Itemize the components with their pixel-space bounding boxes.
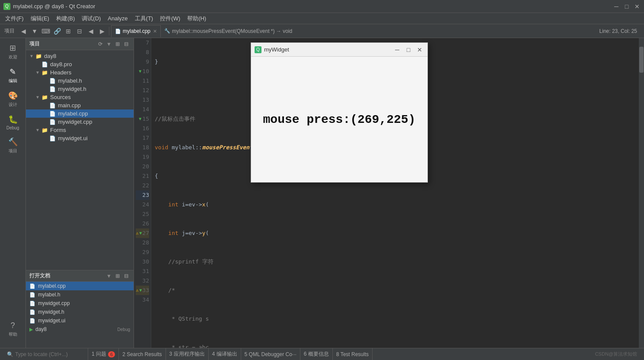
ln-11: 11 — [136, 76, 149, 86]
doc-label-6: day8 — [35, 326, 47, 332]
tree-item-headers[interactable]: ▼ 📁 Headers — [26, 68, 134, 77]
doc-icon-5: 📄 — [29, 318, 35, 324]
project-close-btn[interactable]: ⊟ — [122, 40, 130, 48]
tree-item-sources[interactable]: ▼ 📁 Sources — [26, 93, 134, 101]
tree-item-mylabelcpp[interactable]: 📄 mylabel.cpp — [26, 109, 134, 118]
side-btn-welcome[interactable]: ⊞ 欢迎 — [2, 40, 24, 64]
tree-label-mylabelh: mylabel.h — [58, 77, 82, 84]
menu-analyze[interactable]: Analyze — [104, 14, 131, 22]
project-panel: 项目 ⟳ ▼ ⊞ ⊟ ▼ 📁 day8 📄 day8.pro — [26, 38, 134, 348]
code-line-17: * str = abc — [155, 343, 641, 348]
menu-help[interactable]: 帮助(H) — [184, 14, 210, 23]
toolbar-btn-6[interactable]: ⊟ — [74, 26, 85, 36]
doc-icon-6: ▶ — [29, 327, 33, 332]
tab-mylabel-cpp[interactable]: 📄 mylabel.cpp ✕ — [111, 25, 161, 37]
compile-output-label: 4 编译输出 — [212, 350, 237, 358]
minimize-button[interactable]: ─ — [613, 3, 620, 10]
tree-item-mywidgetcpp[interactable]: 📄 mywidget.cpp — [26, 118, 134, 126]
open-docs-btn-1[interactable]: ▼ — [105, 272, 113, 280]
overview-label: 6 概要信息 — [304, 350, 329, 358]
toolbar-btn-7[interactable]: ◀ — [86, 26, 96, 36]
open-docs-btn-2[interactable]: ⊞ — [114, 272, 121, 280]
popup-window: Q myWidget ─ □ ✕ mouse press:(269,225) — [251, 42, 428, 183]
status-qml-debugger[interactable]: 5 QML Debugger Co··· — [241, 348, 300, 360]
toolbar-btn-8[interactable]: ▶ — [97, 26, 107, 36]
tab-close-btn[interactable]: ✕ — [153, 29, 157, 34]
status-search-results[interactable]: 2 Search Results — [119, 348, 166, 360]
arrow-icon: ▼ — [29, 54, 35, 58]
doc-item-mywidgetui[interactable]: 📄 mywidget.ui — [26, 316, 134, 325]
status-overview[interactable]: 6 概要信息 — [300, 348, 333, 360]
doc-label-1: mylabel.cpp — [38, 283, 66, 289]
scrollbar-thumb[interactable] — [639, 47, 644, 73]
doc-item-mywidgetcpp[interactable]: 📄 mywidget.cpp — [26, 299, 134, 308]
doc-item-mywidgeth[interactable]: 📄 mywidget.h — [26, 308, 134, 316]
toolbar-btn-3[interactable]: ⌨ — [41, 26, 51, 36]
sources-folder-icon: 📁 — [41, 94, 48, 100]
side-btn-help[interactable]: ? 帮助 — [2, 318, 24, 341]
menu-build[interactable]: 构建(B) — [53, 14, 78, 23]
code-content: 7 8 9 ▼10 11 12 13 14 ▼15 16 17 18 19 20… — [134, 38, 644, 348]
close-button[interactable]: ✕ — [634, 3, 641, 10]
tree-item-mywidgeth[interactable]: 📄 mywidget.h — [26, 85, 134, 93]
toolbar-btn-1[interactable]: ◀ — [18, 26, 29, 36]
status-problems[interactable]: 1 问题 6 — [88, 348, 119, 360]
tree-item-forms[interactable]: ▼ 📁 Forms — [26, 126, 134, 134]
side-btn-design[interactable]: 🎨 设计 — [2, 87, 24, 111]
toolbar-project: 项目 ◀ ▼ ⌨ 🔗 ⊞ ⊟ ◀ ▶ — [2, 26, 107, 36]
tree-label-forms: Forms — [50, 127, 66, 133]
app-output-label: 3 应用程序输出 — [169, 350, 205, 358]
tree-item-day8pro[interactable]: 📄 day8.pro — [26, 60, 134, 68]
side-label-edit: 编辑 — [9, 78, 17, 84]
tree-item-maincpp[interactable]: 📄 main.cpp — [26, 101, 134, 109]
open-docs-btn-3[interactable]: ⊟ — [122, 272, 130, 280]
tree-label-day8: day8 — [44, 53, 56, 59]
ln-33: ⚠▼33 — [136, 286, 149, 295]
ln-34: 34 — [136, 295, 149, 305]
menu-bar: 文件(F) 编辑(E) 构建(B) 调试(D) Analyze 工具(T) 控件… — [0, 13, 644, 24]
tree-item-day8[interactable]: ▼ 📁 day8 — [26, 52, 134, 60]
project-sync-btn[interactable]: ⟳ — [96, 40, 104, 48]
side-btn-debug[interactable]: 🐛 Debug — [2, 111, 24, 134]
side-btn-edit[interactable]: ✎ 编辑 — [2, 64, 24, 87]
menu-debug[interactable]: 调试(D) — [78, 14, 104, 23]
tree-item-mylabelh[interactable]: 📄 mylabel.h — [26, 77, 134, 85]
project-panel-header: 项目 ⟳ ▼ ⊞ ⊟ — [26, 38, 134, 50]
ln-20: 20 — [136, 162, 149, 171]
side-label-help: 帮助 — [9, 331, 17, 338]
locate-input[interactable] — [15, 351, 84, 357]
tree-item-mywidgetui[interactable]: 📄 mywidget.ui — [26, 134, 134, 142]
doc-item-mylabelh[interactable]: 📄 mylabel.h — [26, 290, 134, 299]
menu-widgets[interactable]: 控件(W) — [156, 14, 184, 23]
main-area: ⊞ 欢迎 ✎ 编辑 🎨 设计 🐛 Debug 🔨 项目 ? 帮助 项目 ⟳ — [0, 38, 644, 348]
maximize-button[interactable]: □ — [623, 3, 630, 10]
qml-debugger-label: 5 QML Debugger Co··· — [245, 351, 296, 357]
menu-file[interactable]: 文件(F) — [2, 14, 27, 23]
tab-label: mylabel.cpp — [123, 28, 150, 34]
status-app-output[interactable]: 3 应用程序输出 — [166, 348, 209, 360]
code-editor[interactable]: 7 8 9 ▼10 11 12 13 14 ▼15 16 17 18 19 20… — [134, 38, 644, 348]
toolbar-btn-4[interactable]: 🔗 — [52, 26, 62, 36]
project-filter-btn[interactable]: ▼ — [105, 40, 113, 48]
ln-27: ⚠▼27 — [136, 228, 149, 238]
open-docs-header: 打开文档 ▼ ⊞ ⊟ — [26, 270, 134, 282]
doc-item-mylabelcpp[interactable]: 📄 mylabel.cpp — [26, 282, 134, 290]
ln-19: 19 — [136, 152, 149, 162]
toolbar-btn-5[interactable]: ⊞ — [63, 26, 73, 36]
toolbar-btn-2[interactable]: ▼ — [29, 26, 40, 36]
menu-edit[interactable]: 编辑(E) — [27, 14, 53, 23]
doc-item-day8[interactable]: ▶ day8 Debug — [26, 325, 134, 334]
vertical-scrollbar[interactable] — [639, 38, 644, 348]
menu-tools[interactable]: 工具(T) — [131, 14, 157, 23]
status-compile-output[interactable]: 4 编译输出 — [209, 348, 241, 360]
doc-icon-3: 📄 — [29, 301, 35, 306]
tree-label-sources: Sources — [50, 94, 71, 100]
popup-maximize-btn[interactable]: □ — [404, 45, 413, 54]
popup-content: mouse press:(269,225) — [251, 57, 427, 182]
cpp-file-icon-1: 📄 — [49, 103, 56, 109]
popup-close-btn[interactable]: ✕ — [415, 45, 424, 54]
side-btn-project[interactable]: 🔨 项目 — [2, 134, 24, 158]
project-layout-btn[interactable]: ⊞ — [114, 40, 121, 48]
popup-minimize-btn[interactable]: ─ — [393, 45, 402, 54]
status-test-results[interactable]: 8 Test Results — [333, 348, 373, 360]
